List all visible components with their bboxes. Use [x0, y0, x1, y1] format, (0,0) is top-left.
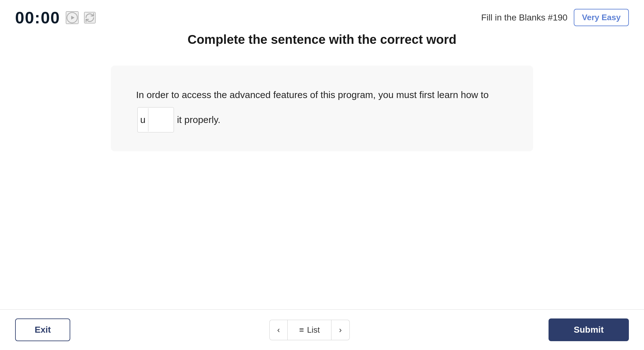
sentence-before-blank: In order to access the advanced features… — [136, 85, 489, 105]
exercise-label: Fill in the Blanks #190 — [481, 13, 567, 23]
exit-button[interactable]: Exit — [15, 318, 70, 341]
header-left: 00:00 — [15, 9, 95, 26]
list-lines-icon: ≡ — [299, 325, 304, 335]
chevron-right-icon: › — [339, 325, 342, 335]
next-button[interactable]: › — [331, 320, 350, 340]
svg-marker-1 — [71, 16, 75, 20]
prev-button[interactable]: ‹ — [269, 320, 288, 340]
list-label: List — [307, 325, 320, 335]
nav-controls: ‹ ≡ List › — [269, 320, 350, 340]
footer: Exit ‹ ≡ List › Submit — [0, 310, 644, 350]
refresh-button[interactable] — [84, 12, 95, 23]
main-content: Complete the sentence with the correct w… — [0, 32, 644, 309]
list-button[interactable]: ≡ List — [287, 320, 331, 340]
submit-button[interactable]: Submit — [549, 318, 629, 341]
sentence-content: In order to access the advanced features… — [136, 85, 508, 132]
header-right: Fill in the Blanks #190 Very Easy — [481, 9, 629, 26]
blank-input[interactable] — [148, 113, 174, 126]
sentence-card: In order to access the advanced features… — [111, 66, 533, 151]
timer-display: 00:00 — [15, 9, 60, 26]
chevron-left-icon: ‹ — [277, 325, 280, 335]
page-title: Complete the sentence with the correct w… — [187, 32, 457, 47]
play-button[interactable] — [66, 11, 78, 24]
header: 00:00 Fill in the Blanks #190 Very Easy — [0, 0, 644, 32]
blank-first-letter: u — [138, 108, 148, 131]
sentence-after-blank: it properly. — [177, 109, 221, 130]
blank-container: u — [137, 107, 174, 132]
difficulty-badge[interactable]: Very Easy — [574, 9, 629, 26]
